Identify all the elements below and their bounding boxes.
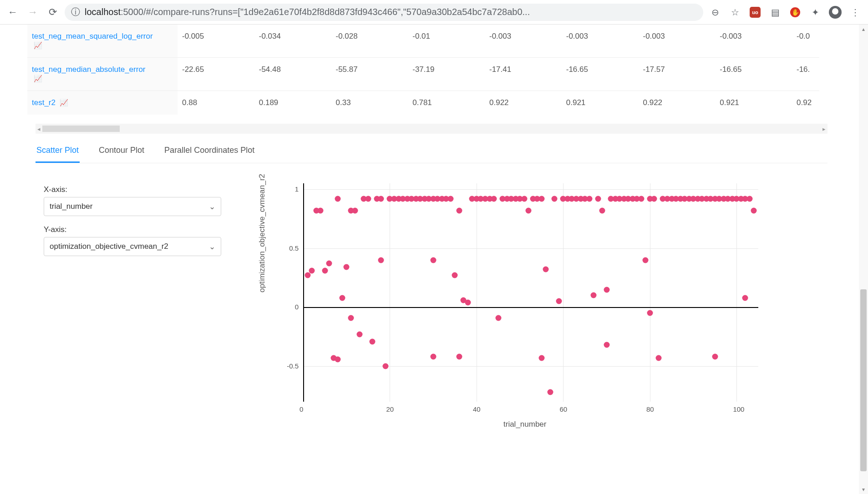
data-point[interactable]	[335, 196, 341, 202]
adblock-icon[interactable]: ✋	[787, 4, 803, 20]
x-axis-select[interactable]: trial_number ⌄	[44, 197, 221, 216]
data-point[interactable]	[356, 332, 362, 338]
profile-icon[interactable]	[827, 4, 843, 20]
metric-value-cell: -54.48	[254, 58, 331, 91]
data-point[interactable]	[651, 196, 657, 202]
data-point[interactable]	[456, 354, 462, 360]
data-point[interactable]	[604, 342, 609, 348]
data-point[interactable]	[526, 207, 532, 213]
data-point[interactable]	[655, 355, 661, 361]
y-axis-select[interactable]: optimization_objective_cvmean_r2 ⌄	[44, 237, 221, 256]
data-point[interactable]	[712, 354, 718, 360]
data-point[interactable]	[465, 300, 471, 306]
data-point[interactable]	[352, 207, 358, 213]
metric-value-cell: -0.028	[331, 25, 408, 58]
data-point[interactable]	[452, 272, 458, 278]
metric-value-cell: -22.65	[178, 58, 254, 91]
data-point[interactable]	[751, 207, 757, 213]
data-point[interactable]	[318, 207, 324, 213]
data-point[interactable]	[305, 272, 310, 278]
data-point[interactable]	[430, 354, 436, 360]
forward-button[interactable]: →	[25, 4, 41, 20]
data-point[interactable]	[430, 257, 436, 263]
gridline-vertical	[736, 183, 737, 402]
x-tick-label: 40	[473, 405, 481, 413]
metric-link[interactable]: test_neg_median_absolute_error	[32, 65, 146, 74]
address-bar[interactable]: ⓘ localhost:5000/#/compare-runs?runs=["1…	[65, 4, 703, 21]
metric-value-cell: -0.003	[485, 25, 562, 58]
scroll-up-arrow-icon[interactable]: ▴	[859, 25, 868, 34]
scrollbar-thumb[interactable]	[860, 289, 867, 471]
extensions-icon[interactable]: ✦	[807, 4, 823, 20]
gridline-horizontal	[303, 189, 758, 190]
metric-value-cell: 0.781	[408, 91, 485, 115]
metric-link[interactable]: test_neg_mean_squared_log_error	[32, 32, 153, 40]
url-text: localhost:5000/#/compare-runs?runs=["1d9…	[85, 7, 530, 17]
data-point[interactable]	[543, 267, 549, 272]
data-point[interactable]	[348, 315, 354, 321]
data-point[interactable]	[447, 196, 453, 202]
metric-value-cell: 0.92	[792, 91, 819, 115]
data-point[interactable]	[495, 315, 501, 321]
reader-icon[interactable]: ▤	[767, 4, 783, 20]
back-button[interactable]: ←	[5, 4, 21, 20]
data-point[interactable]	[538, 355, 544, 361]
data-point[interactable]	[591, 292, 597, 298]
star-icon[interactable]: ☆	[727, 4, 743, 20]
metric-value-cell: -16.65	[562, 58, 639, 91]
tab-contour-plot[interactable]: Contour Plot	[98, 141, 145, 163]
table-horizontal-scrollbar[interactable]: ◂ ▸	[36, 124, 827, 134]
data-point[interactable]	[595, 196, 601, 202]
page-vertical-scrollbar[interactable]: ▴ ▾	[859, 25, 868, 494]
data-point[interactable]	[599, 207, 605, 213]
data-point[interactable]	[370, 338, 376, 344]
data-point[interactable]	[335, 356, 341, 362]
data-point[interactable]	[556, 298, 562, 304]
data-point[interactable]	[456, 207, 462, 213]
scrollbar-thumb[interactable]	[42, 126, 120, 132]
tab-parallel-coordinates[interactable]: Parallel Coordinates Plot	[163, 141, 255, 163]
data-point[interactable]	[378, 257, 384, 263]
x-tick-label: 20	[386, 405, 394, 413]
data-point[interactable]	[322, 268, 328, 274]
data-point[interactable]	[538, 196, 544, 202]
tab-scatter-plot[interactable]: Scatter Plot	[36, 141, 80, 163]
data-point[interactable]	[643, 257, 649, 263]
data-point[interactable]	[547, 389, 553, 395]
chevron-down-icon: ⌄	[209, 202, 215, 212]
chart-icon[interactable]: 📈	[60, 99, 68, 107]
data-point[interactable]	[742, 295, 748, 301]
data-point[interactable]	[326, 261, 332, 267]
data-point[interactable]	[552, 196, 558, 202]
data-point[interactable]	[746, 196, 752, 202]
data-point[interactable]	[521, 196, 527, 202]
reload-button[interactable]: ⟳	[45, 4, 61, 20]
menu-icon[interactable]: ⋮	[847, 4, 863, 20]
x-axis-select-value: trial_number	[50, 202, 93, 211]
data-point[interactable]	[491, 196, 497, 202]
chart-icon[interactable]: 📈	[34, 41, 42, 50]
data-point[interactable]	[344, 264, 350, 270]
gridline-vertical	[390, 183, 390, 402]
ublock-icon[interactable]: uo	[747, 4, 763, 20]
metric-value-cell: -0.034	[254, 25, 331, 58]
data-point[interactable]	[378, 196, 384, 202]
chart-icon[interactable]: 📈	[34, 75, 42, 83]
gridline-vertical	[477, 183, 477, 402]
scroll-left-arrow-icon[interactable]: ◂	[37, 126, 41, 132]
metric-link[interactable]: test_r2	[32, 98, 56, 107]
data-point[interactable]	[339, 295, 345, 301]
data-point[interactable]	[604, 287, 609, 292]
scroll-right-arrow-icon[interactable]: ▸	[822, 126, 826, 132]
table-row: test_neg_median_absolute_error📈-22.65-54…	[27, 58, 819, 91]
zoom-icon[interactable]: ⊖	[707, 4, 723, 20]
x-tick-label: 80	[646, 405, 654, 413]
scroll-down-arrow-icon[interactable]: ▾	[859, 485, 868, 494]
data-point[interactable]	[647, 310, 653, 316]
metric-value-cell: -0.003	[639, 25, 716, 58]
data-point[interactable]	[586, 196, 592, 202]
data-point[interactable]	[309, 268, 315, 274]
data-point[interactable]	[365, 196, 371, 202]
data-point[interactable]	[638, 196, 644, 202]
data-point[interactable]	[382, 363, 388, 369]
